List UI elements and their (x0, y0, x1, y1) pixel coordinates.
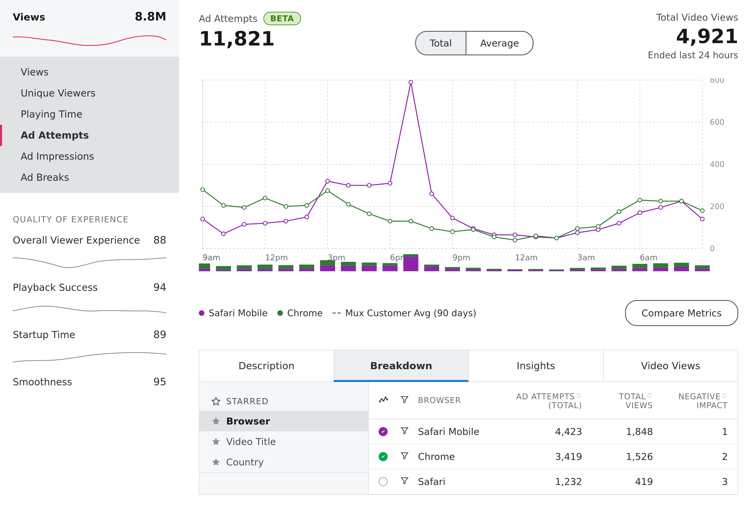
qoe-startup-time[interactable]: Startup Time 89 (13, 329, 166, 366)
nav-item-ad-impressions[interactable]: Ad Impressions (0, 146, 179, 167)
svg-rect-119 (611, 269, 627, 271)
nav-item-playing-time[interactable]: Playing Time (0, 104, 179, 125)
svg-point-29 (201, 217, 204, 221)
row-attempts: 4,423 (500, 426, 582, 437)
svg-rect-125 (674, 267, 689, 271)
svg-rect-89 (299, 269, 314, 271)
nav-item-unique-viewers[interactable]: Unique Viewers (0, 83, 179, 104)
filter-icon[interactable] (400, 395, 418, 406)
qoe-title: Playback Success (13, 282, 98, 293)
dash-icon (333, 312, 341, 314)
qoe-section-heading: QUALITY OF EXPERIENCE (13, 215, 166, 224)
chart-series-icon[interactable] (379, 395, 400, 406)
table-row[interactable]: Safari1,2324193 (369, 469, 738, 494)
svg-text:12am: 12am (515, 253, 538, 262)
star-icon (211, 457, 221, 467)
row-attempts: 1,232 (500, 476, 582, 487)
row-views: 1,526 (582, 451, 653, 462)
svg-rect-106 (466, 268, 481, 269)
row-views: 1,848 (582, 426, 653, 437)
svg-point-133 (386, 399, 388, 400)
legend-safari-mobile[interactable]: Safari Mobile (199, 308, 268, 318)
tab-video-views[interactable]: Video Views (603, 350, 738, 382)
star-icon (211, 416, 221, 426)
svg-rect-104 (445, 267, 460, 269)
tab-description[interactable]: Description (200, 350, 334, 382)
svg-point-55 (222, 203, 225, 207)
svg-point-36 (346, 183, 350, 187)
svg-point-59 (305, 203, 309, 207)
svg-rect-80 (199, 263, 210, 269)
compare-metrics-button[interactable]: Compare Metrics (625, 300, 738, 326)
svg-rect-124 (653, 263, 668, 268)
svg-point-50 (638, 211, 642, 215)
qoe-smoothness[interactable]: Smoothness 95 (13, 376, 166, 388)
tab-insights[interactable]: Insights (468, 350, 603, 382)
svg-point-73 (596, 225, 600, 228)
total-views-note: Ended last 24 hours (648, 50, 738, 61)
filter-icon[interactable] (400, 451, 418, 462)
col-browser[interactable]: BROWSER (418, 396, 500, 405)
series-toggle[interactable] (379, 452, 388, 461)
svg-rect-87 (278, 269, 293, 271)
svg-point-64 (409, 219, 413, 223)
table-row[interactable]: Chrome3,4191,5262 (369, 444, 738, 469)
filter-icon[interactable] (400, 426, 418, 437)
col-ad-attempts[interactable]: AD ATTEMPTS︿﹀ (TOTAL) (500, 391, 582, 410)
filter-icon[interactable] (400, 476, 418, 487)
svg-rect-95 (362, 266, 377, 271)
series-toggle[interactable] (379, 477, 388, 486)
svg-point-65 (430, 226, 434, 230)
svg-rect-98 (383, 263, 397, 265)
toggle-average[interactable]: Average (466, 32, 533, 55)
svg-point-53 (700, 217, 704, 221)
svg-point-31 (242, 223, 246, 226)
row-name: Safari Mobile (418, 426, 500, 437)
chart-container: 02004006008009am12pm3pm6pm9pm12am3am6am9… (199, 78, 738, 288)
svg-text:600: 600 (710, 118, 724, 127)
svg-text:800: 800 (710, 78, 724, 85)
svg-point-131 (383, 400, 385, 402)
tab-breakdown[interactable]: Breakdown (334, 350, 468, 382)
svg-point-70 (534, 234, 538, 238)
table-row[interactable]: Safari Mobile4,4231,8481 (369, 419, 738, 444)
svg-point-37 (367, 183, 371, 187)
views-summary-card[interactable]: Views 8.8M (0, 0, 179, 57)
svg-point-60 (326, 189, 329, 193)
aggregation-toggle: Total Average (415, 31, 533, 55)
nav-item-ad-attempts[interactable]: Ad Attempts (0, 125, 179, 146)
qoe-spark (13, 344, 166, 366)
col-negative-impact[interactable]: NEGATIVE︿﹀ IMPACT (653, 391, 728, 410)
starred-heading: STARRED (200, 392, 368, 411)
qoe-spark (13, 297, 166, 319)
qoe-playback-success[interactable]: Playback Success 94 (13, 281, 166, 319)
series-toggle[interactable] (379, 427, 388, 436)
svg-point-130 (381, 398, 383, 400)
qoe-overall[interactable]: Overall Viewer Experience 88 (13, 234, 166, 272)
row-impact: 1 (653, 426, 728, 437)
breakdown-dimensions: STARRED Browser Video Title (200, 382, 369, 494)
nav-item-ad-breaks[interactable]: Ad Breaks (0, 167, 179, 188)
dimension-browser[interactable]: Browser (200, 411, 368, 431)
dimension-country[interactable]: Country (200, 452, 368, 472)
svg-point-62 (367, 212, 371, 216)
svg-text:0: 0 (710, 244, 715, 253)
metric-label: Ad Attempts (199, 13, 257, 24)
svg-rect-123 (653, 268, 668, 271)
row-views: 419 (582, 476, 653, 487)
row-impact: 2 (653, 451, 728, 462)
svg-rect-102 (424, 265, 439, 266)
legend-chrome[interactable]: Chrome (277, 308, 323, 318)
svg-point-67 (471, 227, 475, 231)
nav-item-views[interactable]: Views (0, 62, 179, 83)
svg-rect-103 (445, 269, 460, 271)
col-total-views[interactable]: TOTAL︿﹀ VIEWS (582, 391, 653, 410)
svg-rect-94 (341, 262, 356, 266)
toggle-total[interactable]: Total (416, 32, 466, 55)
dimension-video-title[interactable]: Video Title (200, 431, 368, 452)
legend-mux-avg[interactable]: Mux Customer Avg (90 days) (333, 308, 476, 318)
svg-rect-114 (549, 269, 564, 270)
svg-point-49 (617, 221, 621, 225)
breakdown-table: BROWSER AD ATTEMPTS︿﹀ (TOTAL) TOTAL︿﹀ VI… (369, 382, 738, 494)
svg-point-61 (346, 202, 350, 206)
